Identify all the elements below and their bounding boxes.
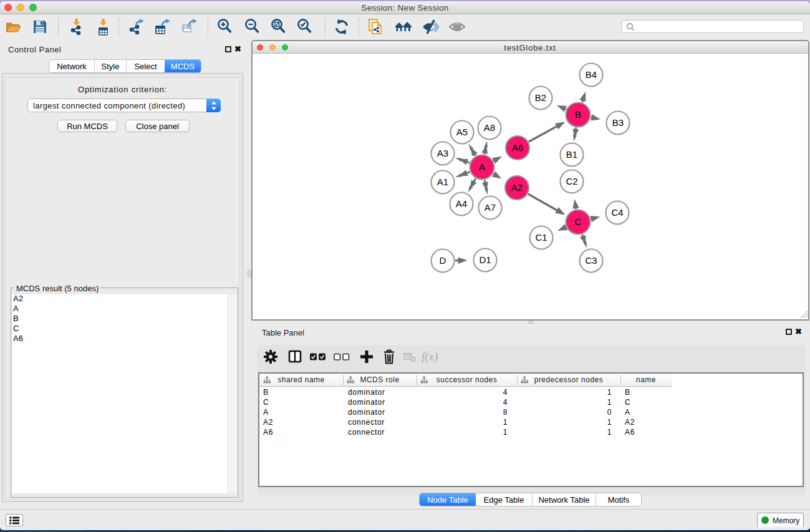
svg-text:A6: A6 bbox=[512, 142, 523, 153]
svg-text:B1: B1 bbox=[566, 149, 577, 160]
svg-text:C1: C1 bbox=[535, 232, 547, 243]
svg-text:A7: A7 bbox=[485, 202, 496, 213]
svg-text:C2: C2 bbox=[566, 176, 577, 186]
svg-text:B: B bbox=[575, 109, 581, 120]
svg-text:B4: B4 bbox=[586, 69, 597, 80]
svg-text:A3: A3 bbox=[437, 148, 448, 158]
svg-text:A8: A8 bbox=[484, 122, 495, 133]
svg-text:D: D bbox=[440, 255, 446, 266]
svg-text:C4: C4 bbox=[611, 207, 623, 218]
svg-text:D1: D1 bbox=[479, 254, 491, 265]
svg-text:A: A bbox=[479, 162, 485, 172]
svg-text:A2: A2 bbox=[511, 182, 523, 193]
svg-text:B3: B3 bbox=[612, 117, 624, 128]
svg-text:C: C bbox=[575, 216, 582, 227]
svg-text:A5: A5 bbox=[456, 127, 468, 137]
svg-text:B2: B2 bbox=[535, 92, 546, 103]
svg-text:A1: A1 bbox=[437, 177, 448, 187]
svg-text:C3: C3 bbox=[585, 255, 597, 266]
svg-text:A4: A4 bbox=[456, 198, 467, 209]
